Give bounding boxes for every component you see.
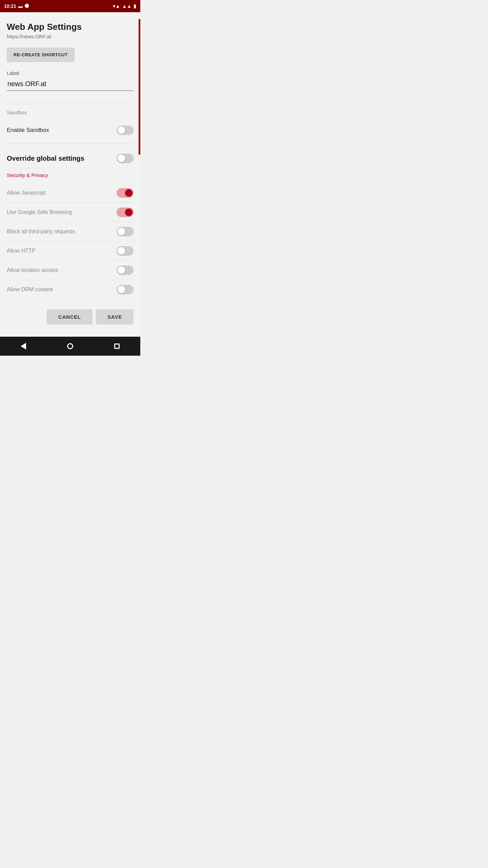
red-accent-decoration [139,19,140,155]
sandbox-section-label: Sandbox [7,110,134,115]
security-privacy-label: Security & Privacy [7,172,134,178]
allow-http-label: Allow HTTP [7,248,35,254]
enable-sandbox-label: Enable Sandbox [7,127,49,134]
block-third-party-label: Block all third-party requests [7,229,75,235]
google-safe-browsing-slider [117,208,134,217]
allow-javascript-label: Allow Javascript [7,190,46,196]
google-safe-browsing-label: Use Google Safe Browsing [7,209,72,215]
nav-bar [0,337,140,356]
label-input[interactable] [7,79,134,91]
allow-drm-label: Allow DRM content [7,287,53,293]
cancel-button[interactable]: CANCEL [47,309,93,324]
back-icon [21,343,26,350]
save-button[interactable]: SAVE [96,309,134,324]
allow-http-slider [117,246,134,256]
override-global-slider [117,154,134,163]
sim-icon: ▬ [18,4,23,9]
allow-location-toggle[interactable] [117,265,134,275]
override-global-toggle[interactable] [117,154,134,163]
time-display: 10:21 [4,3,16,9]
divider-override [7,143,134,143]
signal-icon: ▲▲ [122,3,131,9]
allow-javascript-slider [117,188,134,198]
back-button[interactable] [14,340,33,352]
block-third-party-toggle[interactable] [117,227,134,236]
allow-http-toggle[interactable] [117,246,134,256]
block-third-party-slider [117,227,134,236]
enable-sandbox-toggle[interactable] [117,125,134,135]
home-icon [67,343,73,349]
recreate-shortcut-button[interactable]: RE-CREATE SHORTCUT [7,47,75,62]
enable-sandbox-slider [117,125,134,135]
sandbox-section: Sandbox Enable Sandbox [7,110,134,140]
allow-http-row: Allow HTTP [7,241,134,261]
allow-location-label: Allow location access [7,267,58,273]
allow-drm-row: Allow DRM content [7,280,134,299]
page-title: Web App Settings [7,22,134,32]
battery-icon: ▮ [134,3,136,9]
allow-location-slider [117,265,134,275]
status-bar-right: ▾▲ ▲▲ ▮ [113,3,136,9]
label-section: Label [7,70,134,100]
main-content: Web App Settings https://news.ORF.at RE-… [0,12,140,337]
wifi-icon: ▾▲ [113,3,120,9]
block-third-party-row: Block all third-party requests [7,222,134,241]
recents-icon [114,343,120,349]
security-privacy-section: Security & Privacy Allow Javascript Use … [7,172,134,299]
allow-drm-toggle[interactable] [117,285,134,294]
wifi-app-icon: 🅢 [25,4,29,8]
label-field-label: Label [7,70,134,76]
status-bar: 10:21 ▬ 🅢 ▾▲ ▲▲ ▮ [0,0,140,12]
allow-javascript-toggle[interactable] [117,188,134,198]
allow-drm-slider [117,285,134,294]
bottom-buttons: CANCEL SAVE [7,302,134,330]
override-global-row: Override global settings [7,149,134,168]
allow-javascript-row: Allow Javascript [7,183,134,203]
google-safe-browsing-row: Use Google Safe Browsing [7,203,134,222]
status-bar-left: 10:21 ▬ 🅢 [4,3,29,9]
home-button[interactable] [60,340,80,352]
override-global-label: Override global settings [7,155,84,162]
page-subtitle: https://news.ORF.at [7,34,134,39]
google-safe-browsing-toggle[interactable] [117,208,134,217]
enable-sandbox-row: Enable Sandbox [7,121,134,140]
divider-sandbox [7,104,134,104]
recents-button[interactable] [107,341,126,352]
allow-location-row: Allow location access [7,261,134,280]
